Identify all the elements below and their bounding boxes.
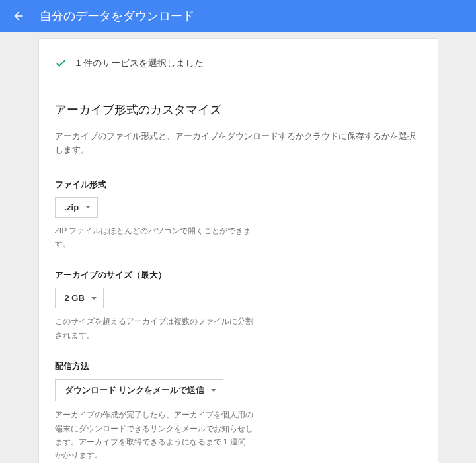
app-header: 自分のデータをダウンロード <box>0 0 476 32</box>
chevron-down-icon <box>211 389 216 392</box>
file-format-value: .zip <box>65 202 79 212</box>
selected-services-text: 1 件のサービスを選択しました <box>76 58 204 69</box>
archive-size-label: アーカイブのサイズ（最大） <box>55 269 422 281</box>
customize-title: アーカイブ形式のカスタマイズ <box>55 102 422 118</box>
customize-section: アーカイブ形式のカスタマイズ アーカイブのファイル形式と、アーカイブをダウンロー… <box>39 83 438 463</box>
delivery-method-group: 配信方法 ダウンロード リンクをメールで送信 アーカイブの作成が完了したら、アー… <box>55 360 422 462</box>
archive-size-group: アーカイブのサイズ（最大） 2 GB このサイズを超えるアーカイブは複数のファイ… <box>55 269 422 342</box>
archive-size-help: このサイズを超えるアーカイブは複数のファイルに分割されます。 <box>55 315 253 342</box>
main-card: 1 件のサービスを選択しました アーカイブ形式のカスタマイズ アーカイブのファイ… <box>38 38 438 463</box>
delivery-method-label: 配信方法 <box>55 360 422 372</box>
file-format-help: ZIP ファイルはほとんどのパソコンで開くことができます。 <box>55 224 253 251</box>
check-icon <box>55 58 67 69</box>
file-format-dropdown[interactable]: .zip <box>55 197 99 218</box>
back-arrow-icon[interactable] <box>11 8 26 24</box>
chevron-down-icon <box>91 297 97 300</box>
page-title: 自分のデータをダウンロード <box>40 8 194 24</box>
selected-services-row: 1 件のサービスを選択しました <box>39 39 438 83</box>
archive-size-value: 2 GB <box>65 293 85 303</box>
file-format-group: ファイル形式 .zip ZIP ファイルはほとんどのパソコンで開くことができます… <box>55 179 422 251</box>
delivery-method-help: アーカイブの作成が完了したら、アーカイブを個人用の端末にダウンロードできるリンク… <box>55 408 253 462</box>
customize-description: アーカイブのファイル形式と、アーカイブをダウンロードするかクラウドに保存するかを… <box>55 130 422 157</box>
delivery-method-value: ダウンロード リンクをメールで送信 <box>65 384 205 396</box>
chevron-down-icon <box>85 206 91 208</box>
archive-size-dropdown[interactable]: 2 GB <box>55 288 104 308</box>
delivery-method-dropdown[interactable]: ダウンロード リンクをメールで送信 <box>55 379 224 401</box>
file-format-label: ファイル形式 <box>55 179 422 190</box>
